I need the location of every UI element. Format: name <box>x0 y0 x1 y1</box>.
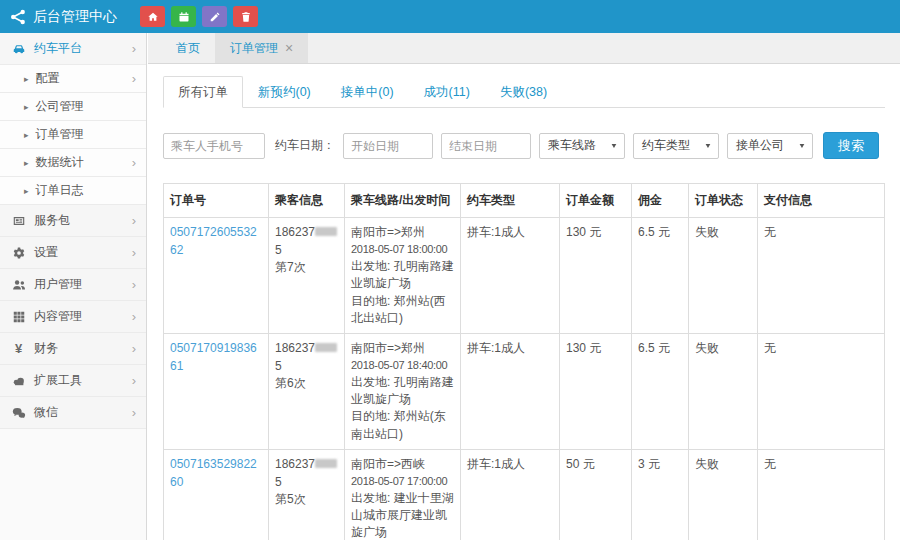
sidebar: 约车平台›▸配置›▸公司管理▸订单管理▸数据统计›▸订单日志服务包›设置›用户管… <box>0 33 147 540</box>
column-header: 乘客信息 <box>269 184 345 218</box>
redacted-phone-digits <box>315 459 337 468</box>
sidebar-item-finance[interactable]: ¥财务› <box>0 333 146 365</box>
calendar-button[interactable] <box>171 6 196 27</box>
sidebar-item-content-management[interactable]: 内容管理› <box>0 301 146 333</box>
phone-prefix: 186237 <box>275 457 315 471</box>
table-row: 0507163529822601862375第5次南阳市=>西峡2018-05-… <box>164 450 885 540</box>
select-value: 乘车线路 <box>548 137 596 154</box>
cloud-icon <box>10 373 27 389</box>
redacted-phone-digits <box>315 343 337 352</box>
close-icon[interactable]: × <box>285 41 293 55</box>
sidebar-item-wechat[interactable]: 微信› <box>0 397 146 429</box>
order-number-cell: 050716352982260 <box>164 450 269 540</box>
start-date-input[interactable] <box>343 133 433 159</box>
date-label: 约车日期： <box>275 137 335 154</box>
gear-icon <box>10 245 27 261</box>
sidebar-item-label: 订单日志 <box>36 182 84 199</box>
yen-icon: ¥ <box>10 341 27 357</box>
sidebar-item-service-package[interactable]: 服务包› <box>0 205 146 237</box>
payment-cell: 无 <box>758 334 885 450</box>
sidebar-item-company-management[interactable]: ▸公司管理 <box>0 93 146 121</box>
submenu-arrow-icon: ▸ <box>24 102 29 112</box>
order-number-cell: 050717091983661 <box>164 334 269 450</box>
phone-suffix: 5 <box>275 359 282 373</box>
caret-down-icon: ▼ <box>798 142 806 150</box>
subtab-success[interactable]: 成功(11) <box>409 76 485 108</box>
route-line: 出发地: 孔明南路建业凯旋广场 <box>351 374 454 409</box>
app-title: 后台管理中心 <box>33 8 117 26</box>
phone-prefix: 186237 <box>275 341 315 355</box>
tab-bar: 首页订单管理× <box>148 33 900 64</box>
sidebar-item-label: 数据统计 <box>36 154 84 171</box>
route-cell: 南阳市=>西峡2018-05-07 17:00:00出发地: 建业十里湖山城市展… <box>345 450 461 540</box>
sidebar-item-label: 订单管理 <box>36 126 84 143</box>
status-cell: 失败 <box>689 334 758 450</box>
filter-bar: 约车日期： 乘车线路▼约车类型▼接单公司▼ 搜索 <box>163 132 885 159</box>
calendar-icon <box>178 11 190 23</box>
sidebar-item-booking-platform[interactable]: 约车平台› <box>0 33 146 65</box>
route-line: 出发地: 孔明南路建业凯旋广场 <box>351 258 454 293</box>
sidebar-item-extension-tools[interactable]: 扩展工具› <box>0 365 146 397</box>
route-line: 目的地: 郑州站(西北出站口) <box>351 293 454 328</box>
sidebar-item-settings[interactable]: 设置› <box>0 237 146 269</box>
tab-label: 订单管理 <box>230 40 278 57</box>
subtab-failed[interactable]: 失败(38) <box>485 76 562 108</box>
order-number-link[interactable]: 050716352982260 <box>170 457 257 488</box>
phone-prefix: 186237 <box>275 225 315 239</box>
sidebar-item-data-statistics[interactable]: ▸数据统计› <box>0 149 146 177</box>
chevron-right-icon: › <box>132 246 136 259</box>
top-header: 后台管理中心 <box>0 0 900 33</box>
commission-cell: 6.5 元 <box>632 334 689 450</box>
caret-down-icon: ▼ <box>610 142 618 150</box>
pencil-icon <box>209 11 221 23</box>
sidebar-item-label: 用户管理 <box>34 276 82 293</box>
passenger-cell: 1862375第5次 <box>269 450 345 540</box>
chevron-right-icon: › <box>132 278 136 291</box>
phone-suffix: 5 <box>275 243 282 257</box>
sidebar-item-label: 公司管理 <box>36 98 84 115</box>
tab-order-management[interactable]: 订单管理× <box>215 33 308 63</box>
sidebar-item-order-logs[interactable]: ▸订单日志 <box>0 177 146 205</box>
table-body: 0507172605532621862375第7次南阳市=>郑州2018-05-… <box>164 218 885 540</box>
column-header: 订单号 <box>164 184 269 218</box>
sidebar-item-label: 服务包 <box>34 212 70 229</box>
delete-button[interactable] <box>233 6 258 27</box>
redacted-phone-digits <box>315 227 337 236</box>
submenu-arrow-icon: ▸ <box>24 74 29 84</box>
end-date-input[interactable] <box>441 133 531 159</box>
order-number-link[interactable]: 050717260553262 <box>170 225 257 256</box>
home-button[interactable] <box>140 6 165 27</box>
passenger-cell: 1862375第7次 <box>269 218 345 334</box>
trash-icon <box>240 11 252 23</box>
column-header: 佣金 <box>632 184 689 218</box>
sidebar-item-config[interactable]: ▸配置› <box>0 65 146 93</box>
phone-input[interactable] <box>163 133 265 159</box>
route-cell: 南阳市=>郑州2018-05-07 18:40:00出发地: 孔明南路建业凯旋广… <box>345 334 461 450</box>
column-header: 订单状态 <box>689 184 758 218</box>
sidebar-item-user-management[interactable]: 用户管理› <box>0 269 146 301</box>
edit-button[interactable] <box>202 6 227 27</box>
sidebar-item-order-management[interactable]: ▸订单管理 <box>0 121 146 149</box>
column-header: 支付信息 <box>758 184 885 218</box>
users-icon <box>10 277 27 293</box>
select-value: 约车类型 <box>642 137 690 154</box>
order-number-link[interactable]: 050717091983661 <box>170 341 257 372</box>
select-company[interactable]: 接单公司▼ <box>727 133 813 159</box>
search-button[interactable]: 搜索 <box>823 132 879 159</box>
chevron-right-icon: › <box>132 214 136 227</box>
amount-cell: 130 元 <box>560 218 632 334</box>
orders-table: 订单号乘客信息乘车线路/出发时间约车类型订单金额佣金订单状态支付信息 05071… <box>163 183 885 540</box>
select-route[interactable]: 乘车线路▼ <box>539 133 625 159</box>
payment-cell: 无 <box>758 218 885 334</box>
ride-count: 第6次 <box>275 375 338 392</box>
select-booking-type[interactable]: 约车类型▼ <box>633 133 719 159</box>
chevron-right-icon: › <box>132 310 136 323</box>
column-header: 订单金额 <box>560 184 632 218</box>
subtab-new-reservations[interactable]: 新预约(0) <box>243 76 326 108</box>
submenu-arrow-icon: ▸ <box>24 186 29 196</box>
car-icon <box>10 41 27 57</box>
tab-home[interactable]: 首页 <box>161 33 215 63</box>
subtab-accepting[interactable]: 接单中(0) <box>326 76 409 108</box>
subtab-all-orders[interactable]: 所有订单 <box>163 76 243 108</box>
tab-label: 首页 <box>176 40 200 57</box>
